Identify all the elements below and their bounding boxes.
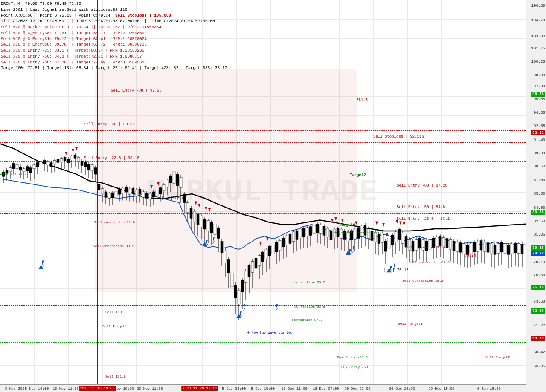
svg-rect-23 <box>40 161 42 165</box>
svg-rect-265 <box>453 241 455 251</box>
svg-rect-279 <box>476 242 479 251</box>
svg-rect-233 <box>398 229 401 240</box>
price-label-9636: 96.36 <box>531 92 545 97</box>
price-label-10025: 100.25 <box>531 60 545 64</box>
svg-rect-213 <box>364 225 366 236</box>
svg-marker-311 <box>195 201 197 205</box>
svg-marker-315 <box>259 242 262 245</box>
svg-rect-249 <box>425 241 428 251</box>
svg-rect-15 <box>26 167 29 171</box>
svg-rect-229 <box>391 235 394 245</box>
price-label-9212: 92.12 <box>531 130 545 135</box>
time-label-13dec: 13 Dec 11:00 <box>281 387 307 391</box>
svg-rect-43 <box>74 155 76 158</box>
chart-container: MARKUL TRADE <box>0 0 546 392</box>
svg-rect-109 <box>186 203 189 212</box>
svg-rect-37 <box>64 157 66 161</box>
svg-rect-79 <box>135 190 138 196</box>
price-label-7368: 73.68 <box>534 300 545 304</box>
price-label-8250: 82.50 <box>534 219 545 224</box>
price-label-10470: 104.70 <box>531 18 545 23</box>
svg-rect-185 <box>316 224 319 233</box>
svg-rect-63 <box>108 193 110 198</box>
time-label-23nov: 23 Nov 11:00 <box>137 387 163 391</box>
price-axis: 106.20 104.70 103.00 101.75 100.25 98.88… <box>526 0 546 392</box>
price-label-7892: 78.92 <box>531 251 545 256</box>
svg-rect-223 <box>381 233 383 242</box>
svg-rect-39 <box>67 159 70 163</box>
svg-rect-83 <box>142 192 145 197</box>
price-label-6842: 68.42 <box>534 350 545 355</box>
svg-rect-293 <box>500 242 503 252</box>
svg-rect-205 <box>350 231 353 240</box>
svg-rect-175 <box>299 229 302 238</box>
svg-rect-27 <box>46 161 49 165</box>
svg-marker-306 <box>65 152 67 155</box>
svg-rect-211 <box>360 226 363 237</box>
svg-rect-81 <box>139 189 141 194</box>
svg-rect-133 <box>227 260 230 273</box>
svg-rect-31 <box>53 160 56 164</box>
svg-rect-171 <box>292 232 295 241</box>
time-label-18dec: 18 Dec 07:00 <box>313 387 339 391</box>
price-label-6695: 66.95 <box>534 364 545 369</box>
svg-rect-5 <box>9 168 12 172</box>
price-label-7955: 79.55 <box>531 245 545 251</box>
svg-rect-149 <box>255 258 257 268</box>
svg-rect-151 <box>258 255 261 266</box>
price-label-9585: 95.85 <box>534 97 545 101</box>
svg-rect-155 <box>265 249 267 259</box>
svg-rect-273 <box>466 245 469 255</box>
svg-rect-257 <box>439 236 441 245</box>
svg-marker-307 <box>72 149 74 153</box>
svg-rect-117 <box>200 216 203 227</box>
svg-rect-191 <box>326 228 329 237</box>
svg-rect-219 <box>374 232 377 242</box>
svg-rect-91 <box>156 190 158 196</box>
svg-rect-9 <box>16 165 18 169</box>
svg-marker-318 <box>334 217 337 220</box>
svg-rect-49 <box>84 162 87 167</box>
svg-rect-215 <box>367 229 370 238</box>
time-label-20dec: 20 Dec 23:00 <box>344 387 370 391</box>
svg-rect-33 <box>57 159 59 162</box>
svg-rect-77 <box>132 188 134 193</box>
svg-marker-308 <box>75 147 78 151</box>
svg-rect-221 <box>378 234 380 243</box>
svg-rect-183 <box>313 225 315 233</box>
price-label-7515: 75.15 <box>531 285 545 290</box>
svg-rect-267 <box>456 242 459 251</box>
svg-marker-325 <box>399 222 402 225</box>
svg-rect-71 <box>122 188 124 193</box>
svg-rect-251 <box>429 239 431 249</box>
svg-rect-121 <box>207 220 209 231</box>
svg-marker-316 <box>266 237 269 241</box>
svg-rect-179 <box>306 228 308 236</box>
svg-rect-99 <box>169 176 172 183</box>
svg-rect-87 <box>149 193 151 199</box>
time-label-20nov: 20 Nov 19:00 <box>108 387 134 391</box>
svg-rect-195 <box>333 229 336 238</box>
svg-rect-255 <box>436 237 438 246</box>
svg-rect-11 <box>19 167 22 170</box>
svg-rect-73 <box>125 187 128 192</box>
price-label-9140: 91.40 <box>534 138 545 142</box>
svg-text:| | | 84.83: | | | 84.83 <box>161 196 186 201</box>
svg-rect-127 <box>217 228 220 239</box>
svg-rect-119 <box>203 219 206 229</box>
svg-rect-3 <box>6 170 8 173</box>
svg-rect-177 <box>302 228 305 237</box>
svg-rect-47 <box>81 161 83 165</box>
svg-rect-235 <box>401 233 404 244</box>
svg-rect-41 <box>70 156 73 160</box>
svg-rect-67 <box>115 191 117 196</box>
svg-rect-113 <box>193 211 196 222</box>
price-label-6989: 69.89 <box>531 336 545 341</box>
svg-rect-243 <box>415 239 418 250</box>
svg-rect-89 <box>152 192 155 197</box>
svg-rect-21 <box>36 162 39 167</box>
svg-rect-111 <box>190 208 192 219</box>
svg-rect-13 <box>23 169 25 172</box>
chart-area: MARKUL TRADE <box>0 0 526 384</box>
svg-marker-320 <box>355 222 357 225</box>
